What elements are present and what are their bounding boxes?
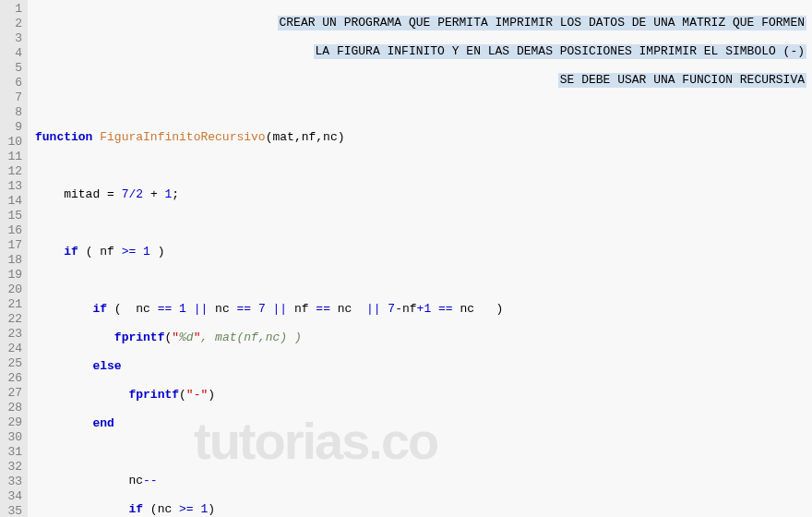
line-number: 28 xyxy=(0,401,22,415)
code-line: LA FIGURA INFINITO Y EN LAS DEMAS POSICI… xyxy=(35,44,812,59)
line-number: 33 xyxy=(0,475,22,489)
line-number: 19 xyxy=(0,268,22,283)
comment-highlight: SE DEBE USAR UNA FUNCION RECURSIVA xyxy=(558,73,806,88)
line-number: 29 xyxy=(0,415,22,430)
line-number: 18 xyxy=(0,253,22,268)
line-number: 25 xyxy=(0,356,22,371)
code-line: SE DEBE USAR UNA FUNCION RECURSIVA xyxy=(35,73,812,88)
line-number: 30 xyxy=(0,430,22,445)
line-number: 26 xyxy=(0,371,22,386)
line-number: 6 xyxy=(0,76,22,90)
line-number: 9 xyxy=(0,120,22,135)
code-line: nc-- xyxy=(35,474,812,488)
line-number: 7 xyxy=(0,90,22,105)
line-number: 4 xyxy=(0,46,22,61)
format-string: " xyxy=(172,331,179,344)
code-line xyxy=(35,102,812,116)
line-number: 31 xyxy=(0,445,22,460)
code-line: CREAR UN PROGRAMA QUE PERMITA IMPRIMIR L… xyxy=(35,16,812,30)
line-number: 2 xyxy=(0,17,22,31)
line-number: 12 xyxy=(0,164,22,179)
code-line xyxy=(35,445,812,460)
comment-highlight: CREAR UN PROGRAMA QUE PERMITA IMPRIMIR L… xyxy=(278,16,807,30)
line-number: 22 xyxy=(0,312,22,327)
code-line xyxy=(35,159,812,174)
code-area[interactable]: CREAR UN PROGRAMA QUE PERMITA IMPRIMIR L… xyxy=(28,0,812,517)
line-number: 35 xyxy=(0,504,22,517)
line-number: 32 xyxy=(0,460,22,475)
code-line xyxy=(35,216,812,231)
line-gutter: 1234567891011121314151617181920212223242… xyxy=(0,0,28,517)
code-line: if ( nc == 1 || nc == 7 || nf == nc || 7… xyxy=(35,302,812,317)
code-line: fprintf("-") xyxy=(35,388,812,403)
line-number: 17 xyxy=(0,238,22,253)
line-number: 16 xyxy=(0,223,22,238)
line-number: 11 xyxy=(0,150,22,164)
line-number: 20 xyxy=(0,283,22,297)
line-number: 8 xyxy=(0,105,22,120)
code-line: if (nc >= 1) xyxy=(35,502,812,517)
line-number: 13 xyxy=(0,179,22,194)
line-number: 23 xyxy=(0,327,22,342)
code-line xyxy=(35,273,812,288)
line-number: 27 xyxy=(0,386,22,401)
code-line: function FiguraInfinitoRecursivo(mat,nf,… xyxy=(35,130,812,145)
line-number: 5 xyxy=(0,61,22,76)
line-number: 10 xyxy=(0,135,22,150)
comment-highlight: LA FIGURA INFINITO Y EN LAS DEMAS POSICI… xyxy=(314,44,807,59)
code-line: mitad = 7/2 + 1; xyxy=(35,187,812,202)
line-number: 24 xyxy=(0,342,22,356)
line-number: 21 xyxy=(0,297,22,312)
code-line: end xyxy=(35,416,812,431)
line-number: 15 xyxy=(0,209,22,223)
line-number: 1 xyxy=(0,2,22,17)
line-number: 14 xyxy=(0,194,22,209)
code-line: if ( nf >= 1 ) xyxy=(35,245,812,259)
line-number: 34 xyxy=(0,489,22,504)
line-number: 3 xyxy=(0,31,22,46)
code-line: fprintf("%d", mat(nf,nc) ) xyxy=(35,331,812,345)
code-line: else xyxy=(35,359,812,374)
